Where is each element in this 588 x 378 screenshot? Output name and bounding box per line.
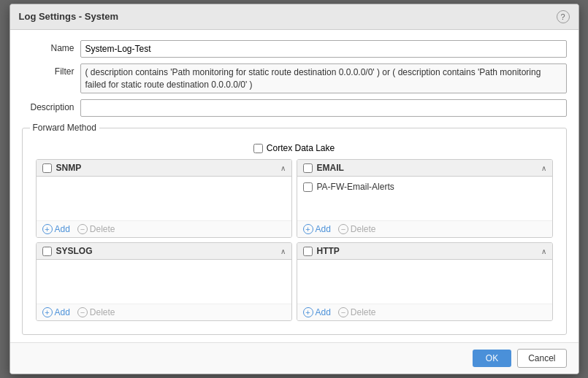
forward-method-section: Forward Method Cortex Data Lake SNMP ∧ (22, 123, 567, 335)
http-add-icon: + (303, 307, 313, 317)
syslog-body (37, 260, 291, 304)
help-icon[interactable]: ? (557, 10, 570, 23)
email-checkbox[interactable] (303, 163, 313, 173)
dialog-body: Name Filter ( description contains 'Path… (10, 30, 579, 343)
syslog-delete-icon: − (77, 307, 88, 317)
http-chevron-icon: ∧ (541, 247, 546, 255)
email-delete-icon: − (338, 224, 348, 234)
email-add-label: Add (316, 224, 331, 234)
http-title: HTTP (317, 246, 537, 256)
email-footer: + Add − Delete (297, 220, 552, 237)
panels-grid: SNMP ∧ + Add − Delete (30, 159, 559, 327)
email-title: EMAIL (317, 163, 537, 173)
filter-label: Filter (22, 63, 80, 77)
snmp-delete-label: Delete (90, 224, 115, 234)
syslog-footer: + Add − Delete (37, 304, 291, 320)
syslog-panel-header: SYSLOG ∧ (37, 243, 291, 260)
name-row: Name (22, 40, 567, 58)
dialog-header: Log Settings - System ? (10, 4, 579, 30)
filter-row: Filter ( description contains 'Path moni… (22, 63, 567, 94)
log-settings-dialog: Log Settings - System ? Name Filter ( de… (9, 4, 579, 375)
email-chevron-icon: ∧ (541, 164, 546, 172)
email-item-1: PA-FW-Email-Alerts (303, 180, 546, 194)
cortex-row: Cortex Data Lake (30, 139, 559, 159)
snmp-checkbox[interactable] (42, 163, 52, 173)
description-label: Description (22, 99, 80, 112)
snmp-panel: SNMP ∧ + Add − Delete (36, 159, 292, 238)
snmp-delete-icon: − (77, 224, 88, 234)
email-add-icon: + (303, 224, 313, 234)
cancel-button[interactable]: Cancel (517, 349, 566, 368)
forward-method-legend: Forward Method (30, 123, 99, 133)
snmp-footer: + Add − Delete (37, 220, 291, 237)
http-add-label: Add (316, 307, 331, 317)
email-panel-header: EMAIL ∧ (297, 160, 552, 177)
snmp-body (37, 177, 291, 220)
http-delete-icon: − (338, 307, 348, 317)
syslog-add-button[interactable]: + Add (42, 307, 70, 317)
syslog-delete-label: Delete (90, 307, 115, 317)
snmp-panel-header: SNMP ∧ (37, 160, 291, 177)
syslog-chevron-icon: ∧ (280, 247, 286, 255)
email-item-1-checkbox[interactable] (303, 182, 313, 192)
dialog-footer: OK Cancel (10, 342, 579, 374)
snmp-delete-button[interactable]: − Delete (77, 224, 115, 234)
dialog-title: Log Settings - System (19, 11, 119, 22)
http-add-button[interactable]: + Add (303, 307, 331, 317)
snmp-chevron-icon: ∧ (280, 164, 286, 172)
description-input[interactable] (80, 99, 567, 117)
http-panel-header: HTTP ∧ (297, 243, 552, 260)
email-item-1-label: PA-FW-Email-Alerts (317, 182, 394, 192)
cortex-checkbox[interactable] (253, 144, 263, 153)
syslog-title: SYSLOG (56, 246, 276, 256)
snmp-title: SNMP (56, 163, 276, 173)
email-panel: EMAIL ∧ PA-FW-Email-Alerts + Add (297, 159, 553, 238)
http-footer: + Add − Delete (297, 304, 552, 320)
syslog-add-icon: + (42, 307, 53, 317)
ok-button[interactable]: OK (473, 350, 511, 367)
snmp-add-label: Add (55, 224, 70, 234)
description-row: Description (22, 99, 567, 117)
email-delete-label: Delete (351, 224, 376, 234)
syslog-panel: SYSLOG ∧ + Add − Delete (36, 242, 292, 321)
name-input[interactable] (80, 40, 567, 58)
filter-value: ( description contains 'Path monitoring … (80, 63, 567, 94)
email-body: PA-FW-Email-Alerts (297, 177, 552, 220)
name-label: Name (22, 40, 80, 53)
http-delete-label: Delete (351, 307, 376, 317)
email-add-button[interactable]: + Add (303, 224, 331, 234)
http-panel: HTTP ∧ + Add − Delete (297, 242, 553, 321)
syslog-add-label: Add (55, 307, 70, 317)
syslog-delete-button[interactable]: − Delete (77, 307, 115, 317)
http-checkbox[interactable] (303, 247, 313, 256)
cortex-label-text: Cortex Data Lake (267, 143, 335, 153)
http-body (297, 260, 552, 304)
cortex-label[interactable]: Cortex Data Lake (253, 143, 335, 153)
email-delete-button[interactable]: − Delete (338, 224, 376, 234)
snmp-add-button[interactable]: + Add (42, 224, 70, 234)
snmp-add-icon: + (42, 224, 53, 234)
syslog-checkbox[interactable] (42, 247, 52, 256)
http-delete-button[interactable]: − Delete (338, 307, 376, 317)
